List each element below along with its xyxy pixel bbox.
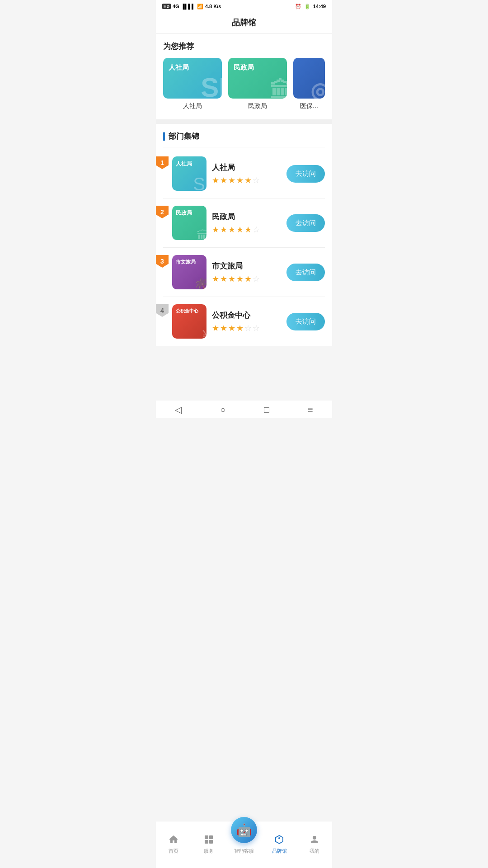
recommend-card-scroll[interactable]: 人社局 SI 人社局 民政局 🏛 民政局 ◎ 医保... [163, 58, 325, 110]
star-2: ★ [220, 274, 227, 284]
dept-list-title: 部门集锦 [163, 131, 325, 147]
logo-bgicon-renshe: SI [193, 174, 206, 191]
dept-list-item-renshe[interactable]: 1 人社局 SI 人社局 ★ ★ ★ ★ ★ ☆ 去访问 [163, 149, 325, 198]
star-4: ★ [236, 175, 244, 185]
svg-rect-3 [209, 840, 213, 844]
star-3: ★ [228, 225, 235, 235]
svg-rect-1 [209, 835, 213, 839]
svg-rect-0 [205, 835, 208, 839]
star-1: ★ [212, 274, 219, 284]
home-icon [167, 833, 180, 846]
star-4: ★ [236, 274, 244, 284]
dept-info-gongjijin: 公积金中心 ★ ★ ★ ★ ☆ ☆ [212, 310, 281, 333]
mine-icon [308, 833, 321, 846]
star-2: ★ [220, 175, 227, 185]
dept-name-wenlv: 市文旅局 [212, 261, 281, 271]
status-bar: HD 4G ▐▌▌▌ 📶 4.8 K/s ⏰ 🔋 14:49 [156, 0, 332, 13]
svg-rect-2 [205, 840, 208, 844]
dept-logo-gongjijin: 公积金中心 ¥ [172, 304, 206, 339]
star-3: ★ [228, 175, 235, 185]
service-icon [202, 833, 215, 846]
ai-center-button[interactable]: 🤖 [231, 817, 257, 843]
nav-label-mine: 我的 [310, 848, 319, 854]
star-5: ★ [244, 225, 252, 235]
dept-info-wenlv: 市文旅局 ★ ★ ★ ★ ★ ☆ [212, 261, 281, 284]
star-4: ★ [236, 323, 244, 333]
star-6: ☆ [253, 323, 260, 333]
recommend-card-minzheng[interactable]: 民政局 🏛 民政局 [228, 58, 287, 110]
star-1: ★ [212, 175, 219, 185]
nav-label-home: 首页 [169, 848, 178, 854]
nav-label-service: 服务 [204, 848, 214, 854]
dept-logo-renshe: 人社局 SI [172, 156, 206, 191]
dept-list-section: 部门集锦 1 人社局 SI 人社局 ★ ★ ★ ★ ★ ☆ 去访问 2 民政局 … [156, 124, 332, 346]
nav-item-brand[interactable]: 品牌馆 [266, 833, 293, 854]
star-2: ★ [220, 323, 227, 333]
recommend-card-yibao[interactable]: ◎ 医保... [293, 58, 325, 110]
rank-badge-4: 4 [156, 304, 169, 317]
battery-icon: 🔋 [304, 4, 310, 9]
card-label-renshe: 人社局 [169, 63, 189, 72]
dept-info-renshe: 人社局 ★ ★ ★ ★ ★ ☆ [212, 162, 281, 185]
dept-name-minzheng: 民政局 [212, 212, 281, 222]
star-5: ★ [244, 175, 252, 185]
star-6: ☆ [253, 274, 260, 284]
recommend-card-renshe[interactable]: 人社局 SI 人社局 [163, 58, 222, 110]
card-name-minzheng: 民政局 [248, 102, 267, 110]
bottom-nav: 首页 服务 🤖 智能客服 品牌馆 [156, 821, 332, 868]
signal-4g: 4G [173, 4, 179, 9]
star-5: ★ [244, 274, 252, 284]
recommend-title: 为您推荐 [163, 41, 325, 52]
dept-list-item-wenlv[interactable]: 3 市文旅局 🌴 市文旅局 ★ ★ ★ ★ ★ ☆ 去访问 [163, 248, 325, 297]
logo-label-minzheng: 民政局 [176, 209, 192, 217]
nav-item-service[interactable]: 服务 [195, 833, 222, 854]
wifi-icon: 📶 [197, 4, 203, 9]
logo-label-wenlv: 市文旅局 [176, 259, 196, 265]
menu-button[interactable]: ≡ [308, 405, 313, 415]
card-bgicon-renshe: SI [201, 72, 222, 99]
star-6: ☆ [253, 175, 260, 185]
nav-item-mine[interactable]: 我的 [301, 833, 328, 854]
star-6: ☆ [253, 225, 260, 235]
dept-info-minzheng: 民政局 ★ ★ ★ ★ ★ ☆ [212, 212, 281, 235]
home-button[interactable]: ○ [220, 405, 225, 415]
status-right: ⏰ 🔋 14:49 [295, 4, 326, 9]
nav-item-ai[interactable]: 🤖 智能客服 [230, 817, 258, 854]
signal-bars: ▐▌▌▌ [181, 4, 195, 9]
recent-button[interactable]: □ [264, 405, 269, 415]
star-4: ★ [236, 225, 244, 235]
visit-btn-minzheng[interactable]: 去访问 [286, 214, 325, 232]
stars-minzheng: ★ ★ ★ ★ ★ ☆ [212, 225, 281, 235]
star-2: ★ [220, 225, 227, 235]
dept-list-item-minzheng[interactable]: 2 民政局 🏛 民政局 ★ ★ ★ ★ ★ ☆ 去访问 [163, 198, 325, 248]
logo-label-renshe: 人社局 [176, 160, 192, 168]
stars-renshe: ★ ★ ★ ★ ★ ☆ [212, 175, 281, 185]
star-1: ★ [212, 225, 219, 235]
card-name-renshe: 人社局 [183, 102, 202, 110]
recommend-section: 为您推荐 人社局 SI 人社局 民政局 🏛 民政局 ◎ 医保... [156, 34, 332, 119]
visit-btn-wenlv[interactable]: 去访问 [286, 264, 325, 281]
nav-label-ai: 智能客服 [234, 848, 254, 854]
nav-item-home[interactable]: 首页 [160, 833, 187, 854]
logo-bgicon-wenlv: 🌴 [193, 277, 206, 289]
bottom-spacer [156, 346, 332, 401]
star-3: ★ [228, 274, 235, 284]
star-5: ☆ [244, 323, 252, 333]
page-title: 品牌馆 [232, 18, 256, 27]
title-accent-bar [163, 132, 165, 141]
stars-wenlv: ★ ★ ★ ★ ★ ☆ [212, 274, 281, 284]
card-label-minzheng: 民政局 [234, 63, 254, 72]
visit-btn-renshe[interactable]: 去访问 [286, 165, 325, 183]
rank-badge-3: 3 [156, 255, 169, 268]
back-button[interactable]: ◁ [175, 404, 182, 415]
card-img-minzheng[interactable]: 民政局 🏛 [228, 58, 287, 99]
visit-btn-gongjijin[interactable]: 去访问 [286, 313, 325, 330]
card-img-renshe[interactable]: 人社局 SI [163, 58, 222, 99]
brand-icon [273, 833, 286, 846]
card-bgicon-yibao: ◎ [310, 78, 325, 99]
card-img-yibao[interactable]: ◎ [293, 58, 325, 99]
dept-name-gongjijin: 公积金中心 [212, 310, 281, 321]
dept-list-item-gongjijin[interactable]: 4 公积金中心 ¥ 公积金中心 ★ ★ ★ ★ ☆ ☆ 去访问 [163, 297, 325, 346]
dept-logo-wenlv: 市文旅局 🌴 [172, 255, 206, 289]
stars-gongjijin: ★ ★ ★ ★ ☆ ☆ [212, 323, 281, 333]
